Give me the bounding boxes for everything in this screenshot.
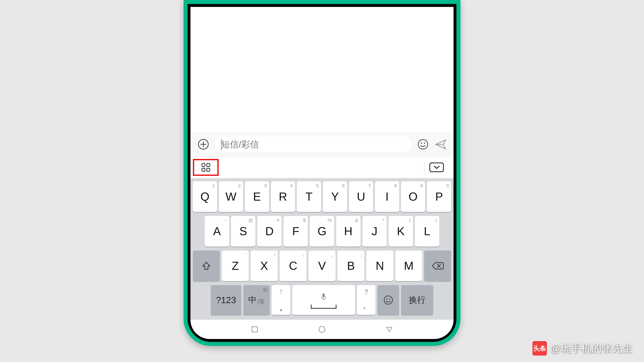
key-x[interactable]: /X	[251, 251, 278, 281]
svg-point-23	[319, 326, 325, 333]
key-q[interactable]: 1Q	[193, 181, 217, 212]
svg-rect-22	[252, 327, 257, 332]
circle-icon	[318, 325, 326, 333]
shift-icon	[202, 261, 211, 271]
keyboard: 1Q 2W 3E 4R 5T 6Y 7U 8I 9O 0P ~A @S #D $	[190, 178, 454, 320]
svg-rect-17	[323, 293, 325, 298]
key-a[interactable]: ~A	[205, 216, 229, 247]
key-t[interactable]: 5T	[297, 181, 321, 212]
keyboard-row-2: ~A @S #D $F %G &H *J (K )L	[193, 216, 451, 247]
text-cursor	[221, 139, 222, 150]
keyboard-row-4: ?123 中/英 ! , ? 。	[193, 285, 451, 315]
key-enter[interactable]: 换行	[401, 285, 433, 315]
nav-home-button[interactable]	[318, 325, 326, 333]
phone-screen: 1Q 2W 3E 4R 5T 6Y 7U 8I 9O 0P ~A @S #D $	[190, 7, 454, 339]
keyboard-row-3: 'Z /X -C _V ;B `N M	[193, 251, 451, 281]
message-input-container[interactable]	[214, 136, 412, 152]
plus-circle-icon	[198, 139, 209, 150]
key-i[interactable]: 8I	[375, 181, 399, 212]
space-indicator	[311, 305, 336, 309]
svg-point-20	[386, 299, 387, 299]
key-g[interactable]: %G	[310, 216, 334, 247]
key-emoji[interactable]	[378, 285, 399, 315]
app-content-area	[190, 7, 454, 132]
svg-rect-8	[202, 168, 205, 171]
key-y[interactable]: 6Y	[323, 181, 347, 212]
globe-icon	[263, 287, 268, 293]
svg-point-5	[424, 143, 425, 144]
watermark: 头条 @玩手机的张先生	[532, 341, 633, 356]
svg-point-4	[421, 143, 422, 144]
square-icon	[251, 325, 259, 333]
key-l[interactable]: )L	[415, 216, 439, 247]
watermark-text: @玩手机的张先生	[550, 342, 633, 355]
phone-frame: 1Q 2W 3E 4R 5T 6Y 7U 8I 9O 0P ~A @S #D $	[184, 0, 460, 346]
key-period[interactable]: ? 。	[357, 285, 376, 315]
key-k[interactable]: (K	[389, 216, 413, 247]
svg-point-19	[384, 296, 392, 304]
key-s[interactable]: @S	[231, 216, 255, 247]
key-p[interactable]: 0P	[427, 181, 451, 212]
android-nav-bar	[190, 320, 454, 339]
key-f[interactable]: $F	[284, 216, 308, 247]
svg-rect-6	[202, 163, 205, 167]
add-attachment-button[interactable]	[197, 138, 210, 151]
key-shift[interactable]	[193, 251, 220, 281]
key-u[interactable]: 7U	[349, 181, 373, 212]
key-c[interactable]: -C	[280, 251, 307, 281]
svg-rect-7	[206, 163, 210, 167]
phone-bezel: 1Q 2W 3E 4R 5T 6Y 7U 8I 9O 0P ~A @S #D $	[188, 4, 456, 342]
triangle-down-icon	[385, 325, 393, 333]
key-o[interactable]: 9O	[401, 181, 425, 212]
keyboard-toolbar	[190, 156, 454, 178]
key-m[interactable]: M	[395, 251, 422, 281]
key-language-switch[interactable]: 中/英	[243, 285, 270, 315]
backspace-icon	[432, 261, 444, 270]
key-b[interactable]: ;B	[338, 251, 364, 281]
svg-rect-9	[206, 168, 210, 171]
key-z[interactable]: 'Z	[222, 251, 249, 281]
microphone-icon	[320, 293, 327, 301]
smile-icon	[418, 139, 428, 150]
key-r[interactable]: 4R	[271, 181, 295, 212]
nav-back-button[interactable]	[385, 325, 393, 333]
key-space[interactable]	[292, 285, 355, 315]
message-input-bar	[190, 132, 454, 156]
keyboard-menu-button[interactable]	[193, 159, 219, 176]
key-n[interactable]: `N	[366, 251, 393, 281]
smile-outline-icon	[383, 295, 393, 305]
toolbar-divider	[424, 161, 424, 173]
key-j[interactable]: *J	[362, 216, 387, 247]
chevron-down-icon	[433, 165, 440, 170]
keyboard-row-1: 1Q 2W 3E 4R 5T 6Y 7U 8I 9O 0P	[193, 181, 451, 212]
watermark-logo: 头条	[532, 341, 547, 356]
grid-icon	[200, 162, 211, 173]
message-input[interactable]	[221, 139, 405, 149]
svg-point-3	[418, 139, 428, 149]
key-comma[interactable]: ! ,	[272, 285, 290, 315]
key-h[interactable]: &H	[336, 216, 360, 247]
key-d[interactable]: #D	[257, 216, 282, 247]
svg-point-21	[389, 299, 390, 299]
send-icon	[435, 138, 447, 150]
collapse-keyboard-button[interactable]	[430, 162, 444, 172]
emoji-button[interactable]	[416, 138, 430, 151]
key-backspace[interactable]	[424, 251, 451, 281]
nav-recent-button[interactable]	[251, 325, 259, 333]
key-v[interactable]: _V	[308, 251, 336, 281]
key-e[interactable]: 3E	[245, 181, 269, 212]
key-w[interactable]: 2W	[219, 181, 243, 212]
key-symbols-mode[interactable]: ?123	[211, 285, 241, 315]
send-button[interactable]	[434, 138, 447, 151]
